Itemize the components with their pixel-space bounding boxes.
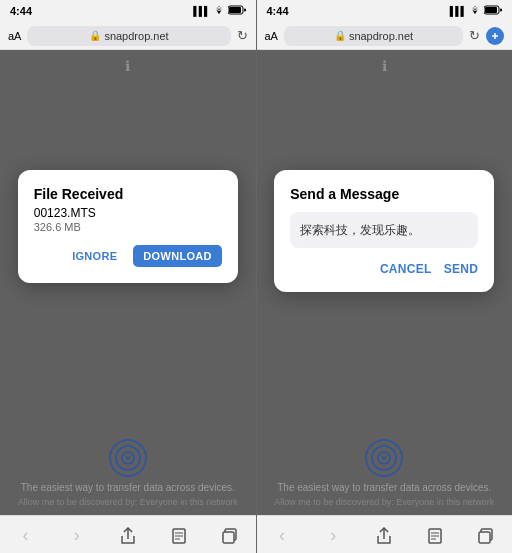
dialog-filesize: 326.6 MB bbox=[34, 221, 222, 233]
right-bottom-secondary: Allow me to be discovered by: Everyone i… bbox=[266, 497, 502, 507]
right-dialog-wrapper: Send a Message 探索科技，发现乐趣。 CANCEL SEND bbox=[257, 50, 513, 477]
right-font-label[interactable]: aA bbox=[265, 30, 278, 42]
send-message-dialog: Send a Message 探索科技，发现乐趣。 CANCEL SEND bbox=[274, 170, 494, 292]
right-forward-button[interactable]: › bbox=[315, 522, 351, 550]
left-bottom-secondary: Allow me to be discovered by: Everyone i… bbox=[10, 497, 246, 507]
right-url-bar[interactable]: 🔒 snapdrop.net bbox=[284, 26, 463, 46]
svg-rect-12 bbox=[223, 532, 234, 543]
right-nav-bar: ‹ › bbox=[257, 515, 513, 553]
right-tabs-button[interactable] bbox=[468, 522, 504, 550]
ignore-button[interactable]: IGNORE bbox=[66, 246, 123, 266]
svg-rect-2 bbox=[244, 9, 246, 12]
right-share-button[interactable] bbox=[366, 522, 402, 550]
left-time: 4:44 bbox=[10, 5, 32, 17]
left-battery-icon bbox=[228, 5, 246, 17]
right-phone-panel: 4:44 ▌▌▌ aA 🔒 snapdrop bbox=[257, 0, 513, 553]
left-phone-panel: 4:44 ▌▌▌ aA 🔒 snapdrop bbox=[0, 0, 256, 553]
left-share-button[interactable] bbox=[110, 522, 146, 550]
download-button[interactable]: DOWNLOAD bbox=[133, 245, 221, 267]
svg-rect-28 bbox=[479, 532, 490, 543]
right-status-bar: 4:44 ▌▌▌ bbox=[257, 0, 513, 22]
dialog-title: File Received bbox=[34, 186, 222, 202]
right-status-icons: ▌▌▌ bbox=[450, 5, 502, 17]
right-web-content: ℹ Tap to send files or long tap to send … bbox=[257, 50, 513, 515]
right-reload-icon[interactable]: ↻ bbox=[469, 28, 480, 43]
left-bottom-primary: The easiest way to transfer data across … bbox=[21, 482, 235, 493]
right-time: 4:44 bbox=[267, 5, 289, 17]
left-signal-icon: ▌▌▌ bbox=[193, 6, 209, 16]
send-button[interactable]: SEND bbox=[444, 262, 479, 276]
left-address-bar: aA 🔒 snapdrop.net ↻ bbox=[0, 22, 256, 50]
dialog-buttons: IGNORE DOWNLOAD bbox=[34, 245, 222, 267]
svg-rect-14 bbox=[485, 7, 497, 13]
left-url-bar[interactable]: 🔒 snapdrop.net bbox=[27, 26, 230, 46]
msg-input-area[interactable]: 探索科技，发现乐趣。 bbox=[290, 212, 478, 248]
msg-dialog-title: Send a Message bbox=[290, 186, 478, 202]
dialog-filename: 00123.MTS bbox=[34, 206, 222, 220]
left-status-icons: ▌▌▌ bbox=[193, 5, 245, 17]
cancel-button[interactable]: CANCEL bbox=[380, 262, 432, 276]
left-web-content: ℹ Tap to send files or long tap to send … bbox=[0, 50, 256, 515]
left-reload-icon[interactable]: ↻ bbox=[237, 28, 248, 43]
left-wifi-icon bbox=[213, 5, 225, 17]
left-lock-icon: 🔒 bbox=[89, 30, 101, 41]
left-font-label[interactable]: aA bbox=[8, 30, 21, 42]
left-url-text: snapdrop.net bbox=[104, 30, 168, 42]
right-extra-icon[interactable] bbox=[486, 27, 504, 45]
svg-rect-15 bbox=[500, 9, 502, 12]
msg-dialog-buttons: CANCEL SEND bbox=[290, 262, 478, 276]
right-lock-icon: 🔒 bbox=[334, 30, 346, 41]
left-status-bar: 4:44 ▌▌▌ bbox=[0, 0, 256, 22]
left-forward-button[interactable]: › bbox=[59, 522, 95, 550]
left-bookmarks-button[interactable] bbox=[161, 522, 197, 550]
right-signal-icon: ▌▌▌ bbox=[450, 6, 466, 16]
right-bookmarks-button[interactable] bbox=[417, 522, 453, 550]
file-received-dialog: File Received 00123.MTS 326.6 MB IGNORE … bbox=[18, 170, 238, 283]
right-battery-icon bbox=[484, 5, 502, 17]
left-nav-bar: ‹ › bbox=[0, 515, 256, 553]
right-address-bar: aA 🔒 snapdrop.net ↻ bbox=[257, 22, 513, 50]
right-back-button[interactable]: ‹ bbox=[264, 522, 300, 550]
right-bottom-primary: The easiest way to transfer data across … bbox=[277, 482, 491, 493]
left-tabs-button[interactable] bbox=[212, 522, 248, 550]
right-url-text: snapdrop.net bbox=[349, 30, 413, 42]
msg-input-text: 探索科技，发现乐趣。 bbox=[300, 222, 420, 239]
left-dialog-wrapper: File Received 00123.MTS 326.6 MB IGNORE … bbox=[0, 50, 256, 477]
right-wifi-icon bbox=[469, 5, 481, 17]
left-back-button[interactable]: ‹ bbox=[8, 522, 44, 550]
svg-rect-1 bbox=[229, 7, 241, 13]
